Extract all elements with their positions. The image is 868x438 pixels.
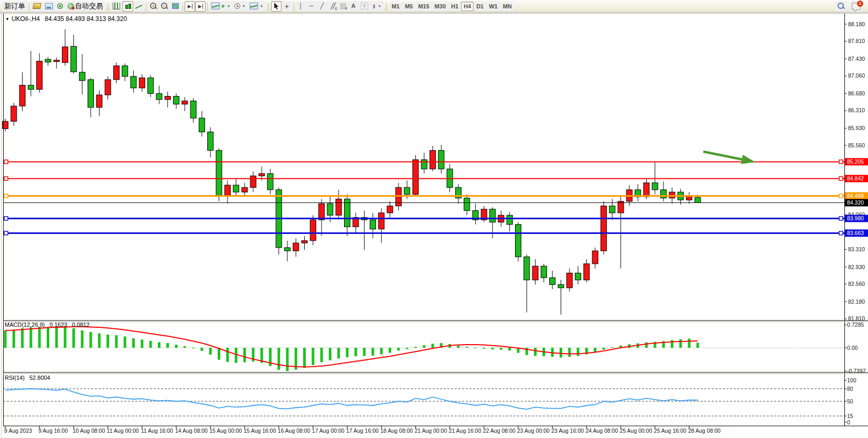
macd-name: MACD(12,26,9) xyxy=(5,322,45,328)
channel-icon: ╱╱E xyxy=(330,3,334,9)
tile-windows-icon xyxy=(172,3,179,9)
line-chart-icon xyxy=(135,3,142,9)
indicators-plus-icon: + xyxy=(221,3,225,9)
arrows-button[interactable]: ▲▼ ▼ xyxy=(370,1,383,12)
indicators-button[interactable]: + ▼ xyxy=(209,1,232,12)
zoom-out-icon: − xyxy=(161,3,168,9)
svg-text:24 Aug 08:00: 24 Aug 08:00 xyxy=(585,428,618,434)
text-icon: A xyxy=(351,3,356,9)
toolbar: 新订单 自动交易 + − ▶ ▶ + ▼ ▼ ▼ + │ ─ ╱ ╱╱E F A xyxy=(0,0,868,13)
svg-text:16 Aug 08:00: 16 Aug 08:00 xyxy=(278,428,310,434)
timeframe-MN[interactable]: MN xyxy=(500,2,515,11)
toolbar-grip xyxy=(107,2,109,10)
svg-text:0: 0 xyxy=(847,419,850,425)
svg-text:23 Aug 00:00: 23 Aug 00:00 xyxy=(517,428,550,434)
toolbar-grip xyxy=(267,2,269,10)
timeframe-D1[interactable]: D1 xyxy=(474,2,486,11)
text-label-icon: T xyxy=(361,3,368,9)
svg-text:21 Aug 16:00: 21 Aug 16:00 xyxy=(449,428,481,434)
svg-text:84.842: 84.842 xyxy=(847,175,864,181)
svg-text:22 Aug 08:00: 22 Aug 08:00 xyxy=(483,428,516,434)
svg-text:-0.7397: -0.7397 xyxy=(847,368,866,374)
notification-badge: 1 xyxy=(857,1,863,7)
svg-text:9 Aug 2023: 9 Aug 2023 xyxy=(4,428,32,434)
periods-button[interactable]: ▼ xyxy=(232,1,248,12)
text-button[interactable]: A xyxy=(348,1,359,12)
timeframe-M5[interactable]: M5 xyxy=(402,2,415,11)
vertical-line-icon: │ xyxy=(299,3,303,9)
chevron-down-icon: ▼ xyxy=(242,5,245,8)
bar-chart-icon xyxy=(113,3,120,9)
svg-text:88.180: 88.180 xyxy=(848,21,865,27)
cursor-icon xyxy=(274,3,279,10)
svg-text:100: 100 xyxy=(847,377,856,383)
candlestick-icon xyxy=(124,3,131,9)
chart-shift-button[interactable]: ▶ xyxy=(195,1,206,12)
chat-bubble-icon: 1 xyxy=(852,3,861,10)
new-order-button[interactable]: 新订单 xyxy=(2,1,27,12)
svg-text:83.663: 83.663 xyxy=(847,230,864,236)
svg-text:15: 15 xyxy=(847,413,853,419)
timeframe-M30[interactable]: M30 xyxy=(432,2,448,11)
svg-text:87.060: 87.060 xyxy=(848,72,865,79)
channel-button[interactable]: ╱╱E xyxy=(327,1,338,12)
horizontal-line-button[interactable]: ─ xyxy=(306,1,317,12)
indicators-chart-icon xyxy=(211,3,220,9)
timeframe-M1[interactable]: M1 xyxy=(389,2,402,11)
cursor-button[interactable] xyxy=(271,1,282,12)
svg-text:0.7285: 0.7285 xyxy=(847,322,864,328)
svg-text:84.320: 84.320 xyxy=(847,199,864,206)
svg-text:80: 80 xyxy=(847,386,853,392)
terminal-button[interactable] xyxy=(43,1,55,12)
timeframe-group: M1M5M15M30H1H4D1W1MN xyxy=(389,2,515,11)
svg-text:11 Aug 16:00: 11 Aug 16:00 xyxy=(141,428,173,434)
bar-chart-button[interactable] xyxy=(111,1,122,12)
chart-canvas[interactable]: 88.18087.81087.43087.06086.68086.31085.9… xyxy=(0,0,868,438)
svg-text:14 Aug 08:00: 14 Aug 08:00 xyxy=(175,428,208,434)
autotrade-label: 自动交易 xyxy=(75,2,103,11)
svg-text:15 Aug 00:00: 15 Aug 00:00 xyxy=(209,428,242,434)
svg-text:17 Aug 00:00: 17 Aug 00:00 xyxy=(312,428,345,434)
crosshair-icon: + xyxy=(285,3,289,10)
timeframe-W1[interactable]: W1 xyxy=(486,2,500,11)
market-depth-button[interactable] xyxy=(31,1,43,12)
timeframe-M15[interactable]: M15 xyxy=(415,2,432,11)
signals-button[interactable] xyxy=(55,1,66,12)
search-button[interactable] xyxy=(835,1,846,12)
timeframe-H4[interactable]: H4 xyxy=(461,2,474,11)
line-chart-button[interactable] xyxy=(133,1,144,12)
svg-text:86.680: 86.680 xyxy=(848,90,865,97)
zoom-out-button[interactable]: − xyxy=(159,1,170,12)
svg-text:83.310: 83.310 xyxy=(848,246,865,252)
svg-text:9 Aug 16:00: 9 Aug 16:00 xyxy=(38,428,68,434)
svg-text:25 Aug 16:00: 25 Aug 16:00 xyxy=(654,428,687,434)
vertical-line-button[interactable]: │ xyxy=(296,1,306,12)
notifications-button[interactable]: 1 xyxy=(850,1,863,12)
macd-indicator-label: MACD(12,26,9) 0.1623 0.0812 xyxy=(5,322,90,328)
svg-text:25 Aug 00:00: 25 Aug 00:00 xyxy=(620,428,652,434)
candlestick-chart-button[interactable] xyxy=(122,1,133,12)
zoom-in-button[interactable]: + xyxy=(148,1,159,12)
templates-button[interactable]: ▼ xyxy=(248,1,265,12)
chart-shift-icon: ▶ xyxy=(198,4,203,9)
chart-ohlc-values: 84.435 84.493 84.313 84.320 xyxy=(45,15,127,23)
chart-title-dropdown-icon[interactable]: ▼ xyxy=(5,17,9,22)
separator xyxy=(183,2,183,10)
horizontal-line-icon: ─ xyxy=(309,3,314,9)
svg-text:84.468: 84.468 xyxy=(847,193,864,199)
tile-windows-button[interactable] xyxy=(170,1,181,12)
svg-text:11 Aug 00:00: 11 Aug 00:00 xyxy=(107,428,139,434)
trendline-button[interactable]: ╱ xyxy=(317,1,327,12)
text-label-button[interactable]: T xyxy=(359,1,370,12)
autotrade-button[interactable]: 自动交易 xyxy=(66,1,105,12)
rsi-indicator-label: RSI(14) 52.8004 xyxy=(5,375,50,381)
crosshair-button[interactable]: + xyxy=(282,1,292,12)
gold-book-icon xyxy=(33,3,41,9)
svg-text:83.980: 83.980 xyxy=(847,215,864,221)
fibonacci-button[interactable]: F xyxy=(338,1,348,12)
arrows-icon: ▲▼ xyxy=(372,4,376,9)
timeframe-H1[interactable]: H1 xyxy=(448,2,461,11)
toolbar-right-group: 1 xyxy=(835,1,866,12)
auto-scroll-button[interactable]: ▶ xyxy=(185,1,195,12)
template-icon xyxy=(250,3,258,9)
